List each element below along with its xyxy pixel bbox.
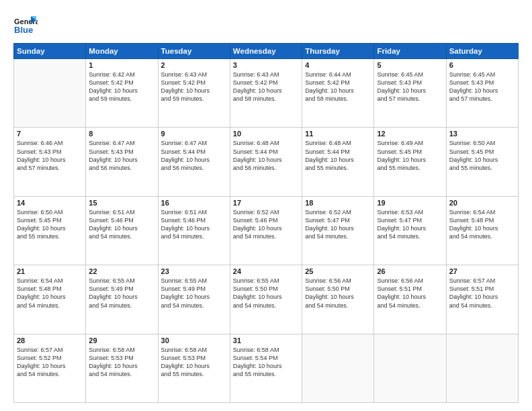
day-number: 11 bbox=[305, 130, 371, 138]
cell-text: Sunrise: 6:43 AM Sunset: 5:42 PM Dayligh… bbox=[161, 71, 227, 103]
logo: GeneralBlue bbox=[13, 13, 38, 38]
cell-text: Sunrise: 6:47 AM Sunset: 5:44 PM Dayligh… bbox=[161, 139, 227, 172]
cell-text: Sunrise: 6:47 AM Sunset: 5:43 PM Dayligh… bbox=[89, 139, 154, 172]
cell-text: Sunrise: 6:54 AM Sunset: 5:48 PM Dayligh… bbox=[449, 208, 515, 241]
calendar-cell: 21Sunrise: 6:54 AM Sunset: 5:48 PM Dayli… bbox=[14, 265, 86, 334]
day-number: 14 bbox=[17, 199, 83, 207]
cell-text: Sunrise: 6:53 AM Sunset: 5:47 PM Dayligh… bbox=[377, 208, 443, 241]
calendar-cell: 12Sunrise: 6:49 AM Sunset: 5:45 PM Dayli… bbox=[374, 128, 446, 196]
col-header-friday: Friday bbox=[374, 44, 446, 59]
day-number: 29 bbox=[89, 336, 154, 345]
day-number: 26 bbox=[377, 267, 443, 275]
day-number: 27 bbox=[449, 267, 515, 275]
day-number: 8 bbox=[89, 130, 154, 138]
day-number: 30 bbox=[161, 336, 227, 345]
page: GeneralBlue SundayMondayTuesdayWednesday… bbox=[0, 0, 532, 411]
day-number: 19 bbox=[377, 199, 443, 207]
calendar-cell: 31Sunrise: 6:58 AM Sunset: 5:54 PM Dayli… bbox=[230, 334, 302, 402]
calendar-cell: 20Sunrise: 6:54 AM Sunset: 5:48 PM Dayli… bbox=[446, 196, 518, 265]
cell-text: Sunrise: 6:52 AM Sunset: 5:46 PM Dayligh… bbox=[233, 208, 299, 241]
calendar-cell: 7Sunrise: 6:46 AM Sunset: 5:43 PM Daylig… bbox=[14, 128, 86, 196]
cell-text: Sunrise: 6:48 AM Sunset: 5:44 PM Dayligh… bbox=[305, 139, 371, 172]
calendar-cell: 19Sunrise: 6:53 AM Sunset: 5:47 PM Dayli… bbox=[374, 196, 446, 265]
day-number: 12 bbox=[377, 130, 443, 138]
svg-text:Blue: Blue bbox=[14, 25, 33, 35]
header: GeneralBlue bbox=[13, 11, 519, 38]
cell-text: Sunrise: 6:50 AM Sunset: 5:45 PM Dayligh… bbox=[449, 139, 515, 172]
calendar-cell: 8Sunrise: 6:47 AM Sunset: 5:43 PM Daylig… bbox=[86, 128, 158, 196]
calendar-cell: 27Sunrise: 6:57 AM Sunset: 5:51 PM Dayli… bbox=[446, 265, 518, 334]
calendar-cell: 24Sunrise: 6:55 AM Sunset: 5:50 PM Dayli… bbox=[230, 265, 302, 334]
cell-text: Sunrise: 6:42 AM Sunset: 5:42 PM Dayligh… bbox=[89, 71, 154, 103]
week-row-0: 1Sunrise: 6:42 AM Sunset: 5:42 PM Daylig… bbox=[14, 59, 519, 128]
cell-text: Sunrise: 6:51 AM Sunset: 5:46 PM Dayligh… bbox=[161, 208, 227, 241]
calendar-cell: 30Sunrise: 6:58 AM Sunset: 5:53 PM Dayli… bbox=[158, 334, 230, 402]
calendar-cell: 18Sunrise: 6:52 AM Sunset: 5:47 PM Dayli… bbox=[302, 196, 374, 265]
calendar-cell: 23Sunrise: 6:55 AM Sunset: 5:49 PM Dayli… bbox=[158, 265, 230, 334]
cell-text: Sunrise: 6:56 AM Sunset: 5:50 PM Dayligh… bbox=[305, 277, 371, 310]
cell-text: Sunrise: 6:49 AM Sunset: 5:45 PM Dayligh… bbox=[377, 139, 443, 172]
day-number: 21 bbox=[17, 267, 83, 275]
calendar-cell: 11Sunrise: 6:48 AM Sunset: 5:44 PM Dayli… bbox=[302, 128, 374, 196]
day-number: 24 bbox=[233, 267, 299, 275]
week-row-2: 14Sunrise: 6:50 AM Sunset: 5:45 PM Dayli… bbox=[14, 196, 519, 265]
cell-text: Sunrise: 6:45 AM Sunset: 5:43 PM Dayligh… bbox=[377, 71, 443, 103]
cell-text: Sunrise: 6:58 AM Sunset: 5:54 PM Dayligh… bbox=[233, 346, 299, 379]
day-number: 6 bbox=[449, 61, 515, 69]
calendar-cell: 17Sunrise: 6:52 AM Sunset: 5:46 PM Dayli… bbox=[230, 196, 302, 265]
cell-text: Sunrise: 6:56 AM Sunset: 5:51 PM Dayligh… bbox=[377, 277, 443, 310]
day-number: 20 bbox=[449, 199, 515, 207]
cell-text: Sunrise: 6:50 AM Sunset: 5:45 PM Dayligh… bbox=[17, 208, 83, 241]
calendar-cell bbox=[446, 334, 518, 402]
cell-text: Sunrise: 6:55 AM Sunset: 5:49 PM Dayligh… bbox=[161, 277, 227, 310]
calendar-cell: 29Sunrise: 6:58 AM Sunset: 5:53 PM Dayli… bbox=[86, 334, 158, 402]
calendar-cell: 22Sunrise: 6:55 AM Sunset: 5:49 PM Dayli… bbox=[86, 265, 158, 334]
calendar-cell: 10Sunrise: 6:48 AM Sunset: 5:44 PM Dayli… bbox=[230, 128, 302, 196]
calendar-cell: 26Sunrise: 6:56 AM Sunset: 5:51 PM Dayli… bbox=[374, 265, 446, 334]
calendar-cell: 16Sunrise: 6:51 AM Sunset: 5:46 PM Dayli… bbox=[158, 196, 230, 265]
day-number: 9 bbox=[161, 130, 227, 138]
calendar-cell bbox=[302, 334, 374, 402]
day-number: 1 bbox=[89, 61, 154, 69]
week-row-4: 28Sunrise: 6:57 AM Sunset: 5:52 PM Dayli… bbox=[14, 334, 519, 402]
calendar-cell: 6Sunrise: 6:45 AM Sunset: 5:43 PM Daylig… bbox=[446, 59, 518, 128]
day-number: 16 bbox=[161, 199, 227, 207]
cell-text: Sunrise: 6:57 AM Sunset: 5:52 PM Dayligh… bbox=[17, 346, 83, 379]
day-number: 10 bbox=[233, 130, 299, 138]
col-header-sunday: Sunday bbox=[14, 44, 86, 59]
cell-text: Sunrise: 6:57 AM Sunset: 5:51 PM Dayligh… bbox=[449, 277, 515, 310]
day-number: 7 bbox=[17, 130, 83, 138]
week-row-1: 7Sunrise: 6:46 AM Sunset: 5:43 PM Daylig… bbox=[14, 128, 519, 196]
calendar-cell: 15Sunrise: 6:51 AM Sunset: 5:46 PM Dayli… bbox=[86, 196, 158, 265]
cell-text: Sunrise: 6:44 AM Sunset: 5:42 PM Dayligh… bbox=[305, 71, 371, 103]
calendar-cell: 3Sunrise: 6:43 AM Sunset: 5:42 PM Daylig… bbox=[230, 59, 302, 128]
calendar-cell: 2Sunrise: 6:43 AM Sunset: 5:42 PM Daylig… bbox=[158, 59, 230, 128]
calendar-cell bbox=[14, 59, 86, 128]
calendar-table: SundayMondayTuesdayWednesdayThursdayFrid… bbox=[13, 43, 519, 403]
calendar-cell: 5Sunrise: 6:45 AM Sunset: 5:43 PM Daylig… bbox=[374, 59, 446, 128]
day-number: 28 bbox=[17, 336, 83, 345]
day-number: 13 bbox=[449, 130, 515, 138]
day-number: 17 bbox=[233, 199, 299, 207]
cell-text: Sunrise: 6:55 AM Sunset: 5:50 PM Dayligh… bbox=[233, 277, 299, 310]
cell-text: Sunrise: 6:55 AM Sunset: 5:49 PM Dayligh… bbox=[89, 277, 154, 310]
calendar-cell: 28Sunrise: 6:57 AM Sunset: 5:52 PM Dayli… bbox=[14, 334, 86, 402]
day-number: 4 bbox=[305, 61, 371, 69]
calendar-cell: 4Sunrise: 6:44 AM Sunset: 5:42 PM Daylig… bbox=[302, 59, 374, 128]
cell-text: Sunrise: 6:51 AM Sunset: 5:46 PM Dayligh… bbox=[89, 208, 154, 241]
cell-text: Sunrise: 6:58 AM Sunset: 5:53 PM Dayligh… bbox=[161, 346, 227, 379]
calendar-cell: 13Sunrise: 6:50 AM Sunset: 5:45 PM Dayli… bbox=[446, 128, 518, 196]
day-number: 31 bbox=[233, 336, 299, 345]
cell-text: Sunrise: 6:46 AM Sunset: 5:43 PM Dayligh… bbox=[17, 139, 83, 172]
col-header-monday: Monday bbox=[86, 44, 158, 59]
day-number: 3 bbox=[233, 61, 299, 69]
col-header-thursday: Thursday bbox=[302, 44, 374, 59]
day-number: 5 bbox=[377, 61, 443, 69]
day-number: 15 bbox=[89, 199, 154, 207]
col-header-tuesday: Tuesday bbox=[158, 44, 230, 59]
calendar-cell: 14Sunrise: 6:50 AM Sunset: 5:45 PM Dayli… bbox=[14, 196, 86, 265]
day-number: 18 bbox=[305, 199, 371, 207]
calendar-cell: 1Sunrise: 6:42 AM Sunset: 5:42 PM Daylig… bbox=[86, 59, 158, 128]
day-number: 25 bbox=[305, 267, 371, 275]
cell-text: Sunrise: 6:54 AM Sunset: 5:48 PM Dayligh… bbox=[17, 277, 83, 310]
